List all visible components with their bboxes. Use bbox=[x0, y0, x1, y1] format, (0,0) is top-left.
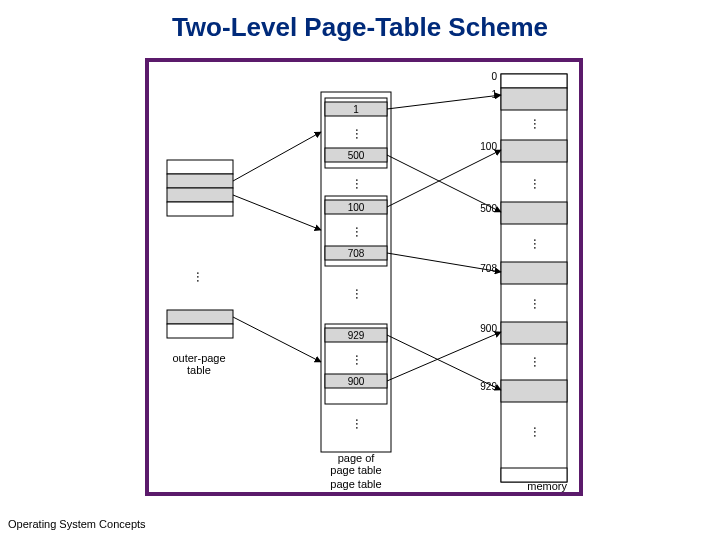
inner-entry-1: 1 bbox=[353, 104, 359, 115]
memory-column: 0 1 ... 100 ... 500 ... 708 ... 900 ... … bbox=[480, 71, 567, 492]
svg-text:...: ... bbox=[353, 288, 369, 300]
svg-rect-31 bbox=[501, 262, 567, 284]
svg-rect-1 bbox=[167, 174, 233, 188]
svg-text:...: ... bbox=[353, 178, 369, 190]
svg-line-38 bbox=[233, 132, 321, 181]
svg-line-40 bbox=[233, 317, 321, 362]
inner-entry-900: 900 bbox=[348, 376, 365, 387]
page-of-page-table: 1 ... 500 ... 100 ... 708 ... 929 ... 90… bbox=[321, 92, 391, 490]
inner-entry-500: 500 bbox=[348, 150, 365, 161]
svg-line-46 bbox=[387, 332, 501, 381]
outer-page-table: ... outer-pagetable bbox=[167, 160, 233, 376]
svg-line-41 bbox=[387, 95, 501, 109]
svg-rect-3 bbox=[167, 202, 233, 216]
svg-rect-33 bbox=[501, 322, 567, 344]
svg-text:...: ... bbox=[353, 418, 369, 430]
svg-text:...: ... bbox=[531, 238, 547, 250]
page-of-page-table-label: page ofpage table bbox=[330, 452, 381, 476]
svg-line-42 bbox=[387, 155, 501, 212]
svg-rect-0 bbox=[167, 160, 233, 174]
svg-line-39 bbox=[233, 195, 321, 230]
mem-label-1: 1 bbox=[491, 89, 497, 100]
svg-text:...: ... bbox=[194, 271, 210, 283]
page-table-diagram: ... outer-pagetable 1 ... 500 ... 100 ..… bbox=[149, 62, 579, 492]
svg-rect-35 bbox=[501, 380, 567, 402]
memory-label: memory bbox=[527, 480, 567, 492]
inner-entry-929: 929 bbox=[348, 330, 365, 341]
arrows-outer-inner bbox=[233, 132, 321, 362]
svg-text:...: ... bbox=[531, 118, 547, 130]
slide-title: Two-Level Page-Table Scheme bbox=[0, 12, 720, 43]
svg-rect-27 bbox=[501, 140, 567, 162]
mem-label-100: 100 bbox=[480, 141, 497, 152]
svg-rect-6 bbox=[167, 324, 233, 338]
svg-text:...: ... bbox=[353, 128, 369, 140]
arrows-inner-memory bbox=[387, 95, 501, 390]
outer-page-table-label: outer-pagetable bbox=[172, 352, 225, 376]
svg-line-43 bbox=[387, 150, 501, 207]
svg-rect-24 bbox=[501, 74, 567, 88]
svg-text:...: ... bbox=[531, 298, 547, 310]
inner-entry-100: 100 bbox=[348, 202, 365, 213]
svg-text:...: ... bbox=[531, 178, 547, 190]
inner-entry-708: 708 bbox=[348, 248, 365, 259]
svg-line-45 bbox=[387, 335, 501, 390]
svg-rect-2 bbox=[167, 188, 233, 202]
mem-label-0: 0 bbox=[491, 71, 497, 82]
page-table-label: page table bbox=[330, 478, 381, 490]
svg-text:...: ... bbox=[531, 356, 547, 368]
svg-text:...: ... bbox=[531, 426, 547, 438]
mem-label-900: 900 bbox=[480, 323, 497, 334]
diagram-frame: ... outer-pagetable 1 ... 500 ... 100 ..… bbox=[145, 58, 583, 496]
svg-rect-25 bbox=[501, 88, 567, 110]
footer-text: Operating System Concepts bbox=[8, 518, 146, 530]
svg-rect-5 bbox=[167, 310, 233, 324]
svg-text:...: ... bbox=[353, 226, 369, 238]
svg-text:...: ... bbox=[353, 354, 369, 366]
svg-rect-29 bbox=[501, 202, 567, 224]
